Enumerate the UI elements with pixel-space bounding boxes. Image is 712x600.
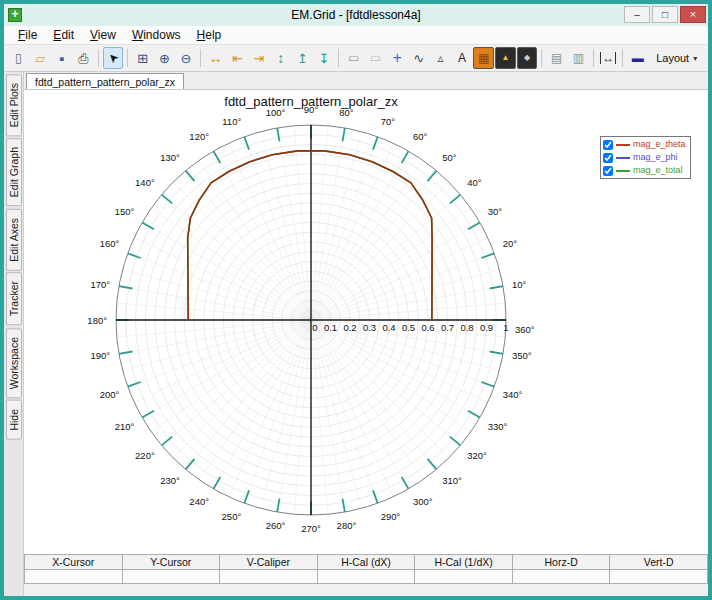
open-file-button[interactable]: ▱ [30,47,51,69]
svg-text:140°: 140° [135,177,155,188]
axis-options-button[interactable]: ▥ [568,47,589,69]
slope-tool-icon: ▵ [437,52,443,64]
h-full-extents-button[interactable]: ↔ [205,47,226,69]
menu-item-file[interactable]: File [10,26,45,44]
close-button[interactable]: × [680,6,706,23]
fit-width-button[interactable]: ↔ [598,47,619,69]
save-button[interactable]: ▪ [51,47,72,69]
crosshair-button[interactable]: + [387,47,408,69]
side-tab-edit-plots[interactable]: Edit Plots [6,74,22,136]
legend-item-mag_e_theta: mag_e_theta [603,138,686,151]
print-button[interactable]: ⎙ [73,47,94,69]
plot-area[interactable]: fdtd_pattern_pattern_polar_zx00.10.20.30… [24,90,708,554]
h-right-extents-icon: ⇥ [254,52,265,65]
svg-text:230°: 230° [160,475,180,486]
legend-line-swatch [616,157,630,159]
side-tab-workspace[interactable]: Workspace [6,328,22,398]
zoom-window-button[interactable]: ⊞ [132,47,153,69]
svg-text:30°: 30° [488,206,503,217]
svg-text:50°: 50° [442,152,457,163]
svg-text:160°: 160° [100,238,120,249]
toolbar-separator [127,49,128,67]
contour-dark-button[interactable]: ◆ [517,47,538,69]
svg-text:90°: 90° [304,104,319,115]
open-file-icon: ▱ [35,52,45,65]
status-value-0 [25,570,123,584]
svg-text:10°: 10° [512,279,527,290]
document-tab[interactable]: fdtd_pattern_pattern_polar_zx [26,73,184,89]
status-value-2 [220,570,318,584]
print-icon: ⎙ [78,52,88,65]
h-left-extents-button[interactable]: ⇤ [227,47,248,69]
new-file-button[interactable]: ▯ [8,47,29,69]
svg-text:0.8: 0.8 [460,322,473,333]
status-value-3 [318,570,416,584]
line-style-button[interactable]: ▬ [627,47,648,69]
svg-text:180°: 180° [87,315,107,326]
menu-item-view[interactable]: View [82,26,124,44]
svg-text:0.7: 0.7 [441,322,454,333]
menu-item-help[interactable]: Help [189,26,230,44]
slope-tool-button[interactable]: ▵ [430,47,451,69]
svg-text:280°: 280° [337,520,357,531]
v-full-extents-button[interactable]: ↕ [270,47,291,69]
select-region-button[interactable]: ▭ [343,47,364,69]
zoom-out-button[interactable]: ⊖ [176,47,197,69]
app-window: + EM.Grid - [fdtdlesson4a] – □ × FileEdi… [0,0,712,600]
trace-curve-button[interactable]: ∿ [408,47,429,69]
axis-options-icon: ▥ [573,52,584,64]
status-value-6 [610,570,708,584]
crosshair-icon: + [392,50,401,66]
legend-checkbox-mag_e_theta[interactable] [603,140,613,150]
colormap-button[interactable]: ▦ [473,47,494,69]
fit-width-icon: ↔ [600,52,616,64]
toolbar-separator [338,49,339,67]
side-tab-edit-graph[interactable]: Edit Graph [6,138,22,206]
side-tab-edit-axes[interactable]: Edit Axes [6,209,22,271]
content-area: Edit PlotsEdit GraphEdit AxesTrackerWork… [4,72,708,596]
side-tab-hide[interactable]: Hide [6,400,22,440]
menu-item-edit[interactable]: Edit [45,26,82,44]
svg-text:360°: 360° [515,324,535,335]
status-header-x-cursor: X-Cursor [25,555,123,570]
svg-text:0.3: 0.3 [363,322,376,333]
status-header-vert-d: Vert-D [610,555,708,570]
grid-options-button[interactable]: ▤ [546,47,567,69]
layout-dropdown[interactable]: Layout▾ [649,47,704,69]
svg-text:170°: 170° [90,279,110,290]
new-file-icon: ▯ [15,52,22,64]
svg-text:260°: 260° [266,520,286,531]
side-tab-tracker[interactable]: Tracker [6,272,22,325]
v-top-extents-button[interactable]: ↥ [292,47,313,69]
svg-text:200°: 200° [100,389,120,400]
layout-label: Layout [656,52,689,64]
legend-checkbox-mag_e_phi[interactable] [603,153,613,163]
legend-checkbox-mag_e_total[interactable] [603,166,613,176]
status-value-4 [415,570,513,584]
h-right-extents-button[interactable]: ⇥ [249,47,270,69]
legend-line-swatch [616,144,630,146]
maximize-button[interactable]: □ [652,6,678,23]
svg-text:0.6: 0.6 [421,322,434,333]
svg-text:270°: 270° [301,523,321,534]
text-tool-button[interactable]: A [452,47,473,69]
zoom-in-button[interactable]: ⊕ [154,47,175,69]
menu-item-windows[interactable]: Windows [124,26,189,44]
legend-label: mag_e_theta [633,140,686,149]
minimize-button[interactable]: – [624,6,650,23]
svg-text:1: 1 [503,322,508,333]
v-bottom-extents-button[interactable]: ↧ [314,47,335,69]
svg-text:190°: 190° [90,350,110,361]
svg-text:220°: 220° [135,450,155,461]
surface-dark-button[interactable]: ▲ [495,47,516,69]
select-cursor-icon: ➤ [105,50,121,66]
svg-text:70°: 70° [381,116,396,127]
legend-item-mag_e_total: mag_e_total [603,164,686,177]
dropdown-arrow-icon: ▾ [693,54,697,63]
menu-bar: FileEditViewWindowsHelp [4,26,708,45]
colormap-icon: ▦ [478,52,489,64]
window-controls: – □ × [624,6,706,23]
select-cursor-button[interactable]: ➤ [103,47,124,69]
clear-region-button[interactable]: ▭ [365,47,386,69]
v-top-extents-icon: ↥ [297,52,308,65]
